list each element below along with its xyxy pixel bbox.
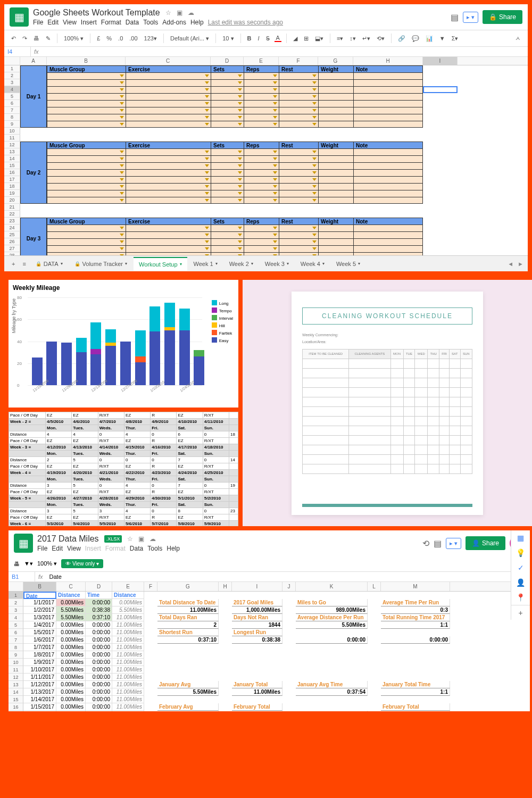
data-cell[interactable] [211,121,244,128]
data-cell[interactable] [279,114,318,121]
data-cell[interactable] [126,100,211,107]
edit-status[interactable]: Last edit was seconds ago [208,19,283,26]
merge-icon[interactable]: ⬓▾ [313,35,325,42]
data-cell[interactable] [353,72,423,79]
comment-icon[interactable]: ▤ [451,12,459,22]
data-cell[interactable] [126,107,211,114]
menu-view[interactable]: View [63,19,77,26]
data-cell[interactable] [318,197,353,204]
data-cell[interactable] [244,162,279,169]
data-cell[interactable] [126,93,211,100]
data-cell[interactable] [47,176,126,183]
collapse-icon[interactable]: ㅅ [513,35,522,43]
data-cell[interactable] [244,86,279,93]
data-cell[interactable] [211,225,244,231]
data-cell[interactable] [279,169,318,176]
data-cell[interactable] [353,93,423,100]
menu-tools[interactable]: Tools [143,19,158,26]
data-cell[interactable] [244,197,279,204]
data-cell[interactable] [353,114,423,121]
data-cell[interactable] [47,93,126,100]
data-cell[interactable] [126,86,211,93]
menu-data[interactable]: Data [126,19,139,26]
data-cell[interactable] [244,225,279,231]
menu-insert[interactable]: Insert [81,19,97,26]
data-cell[interactable] [318,86,353,93]
data-cell[interactable] [47,225,126,231]
data-cell[interactable] [279,148,318,155]
tab-next-icon[interactable]: ► [518,261,523,267]
text-color-icon[interactable]: A [275,35,281,42]
chart-icon[interactable]: 📊 [424,35,435,42]
data-cell[interactable] [211,107,244,114]
cell-reference[interactable]: I4 [4,47,31,56]
data-cell[interactable] [47,72,126,79]
wrap-icon[interactable]: ↵▾ [361,35,372,42]
data-cell[interactable] [244,238,279,245]
data-cell[interactable] [47,114,126,121]
data-cell[interactable] [244,79,279,86]
data-cell[interactable] [279,100,318,107]
menu-add-ons[interactable]: Add-ons [162,19,186,26]
sheet-tab[interactable]: Week 1▾ [188,257,223,270]
data-cell[interactable] [318,107,353,114]
data-cell[interactable] [126,245,211,252]
rotate-icon[interactable]: ⟲▾ [375,35,386,42]
data-cell[interactable] [318,169,353,176]
data-cell[interactable] [211,86,244,93]
data-cell[interactable] [318,190,353,197]
star-icon[interactable]: ☆ [165,9,171,16]
data-cell[interactable] [126,162,211,169]
data-cell[interactable] [279,162,318,169]
data-cell[interactable] [318,183,353,190]
data-cell[interactable] [211,155,244,162]
data-cell[interactable] [318,231,353,238]
present-icon[interactable]: ▸ ▾ [463,12,478,23]
cloud-icon[interactable]: ☁ [188,9,194,16]
dec-down-icon[interactable]: .0 [117,35,124,41]
data-cell[interactable] [279,79,318,86]
data-cell[interactable] [244,121,279,128]
sheet-tab[interactable]: Week 5▾ [331,257,365,270]
halign-icon[interactable]: ≡▾ [335,35,345,42]
data-cell[interactable] [353,121,423,128]
data-cell[interactable] [47,183,126,190]
data-cell[interactable] [318,162,353,169]
data-cell[interactable] [211,197,244,204]
data-cell[interactable] [126,79,211,86]
undo-icon[interactable]: ↶ [10,35,18,42]
sheets-logo-icon[interactable]: ▦ [10,7,29,27]
data-cell[interactable] [244,190,279,197]
data-cell[interactable] [279,72,318,79]
sheet-tab[interactable]: Workout Setup▾ [134,257,187,271]
dec-up-icon[interactable]: .00 [128,35,139,41]
data-cell[interactable] [126,225,211,231]
data-cell[interactable] [211,183,244,190]
sheet-tab[interactable]: Week 3▾ [260,257,294,270]
data-cell[interactable] [353,86,423,93]
tab-prev-icon[interactable]: ◄ [508,261,513,267]
data-cell[interactable] [353,176,423,183]
data-cell[interactable] [353,245,423,252]
data-cell[interactable] [126,155,211,162]
sheet-tab[interactable]: 🔒Volume Tracker▾ [69,257,132,270]
format-select[interactable]: 123▾ [143,35,159,42]
data-cell[interactable] [211,231,244,238]
data-cell[interactable] [244,183,279,190]
data-cell[interactable] [126,114,211,121]
data-cell[interactable] [318,225,353,231]
all-sheets-icon[interactable]: ≡ [19,261,29,267]
italic-icon[interactable]: I [256,35,261,41]
data-cell[interactable] [126,169,211,176]
data-cell[interactable] [211,79,244,86]
data-cell[interactable] [244,100,279,107]
data-cell[interactable] [244,93,279,100]
functions-icon[interactable]: Σ▾ [450,35,460,42]
data-cell[interactable] [244,176,279,183]
link-icon[interactable]: 🔗 [396,35,407,42]
comment2-icon[interactable]: 💬 [410,35,421,42]
strike-icon[interactable]: S̶ [264,35,271,42]
data-cell[interactable] [126,238,211,245]
data-cell[interactable] [279,155,318,162]
add-sheet-icon[interactable]: + [9,261,18,267]
